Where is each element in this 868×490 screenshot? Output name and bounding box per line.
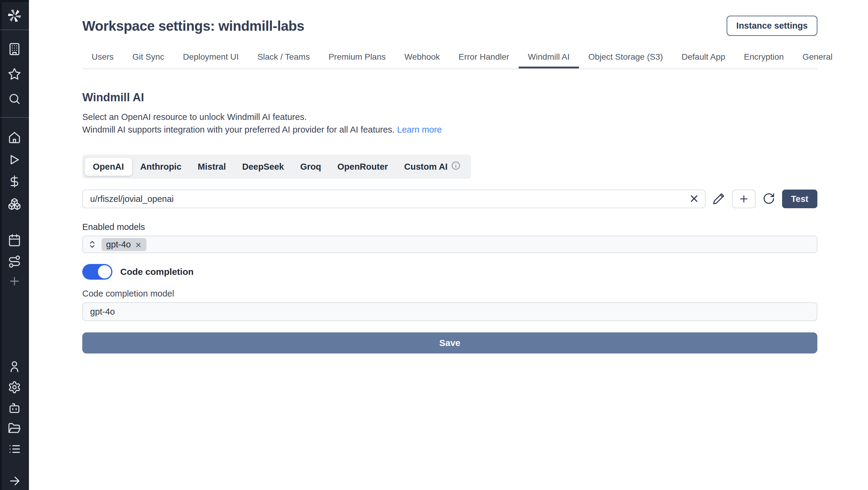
building-icon[interactable]	[8, 42, 21, 56]
sidebar-divider	[0, 117, 29, 118]
star-icon[interactable]	[8, 67, 21, 81]
tab-default-app[interactable]: Default App	[673, 52, 735, 68]
enabled-models-label: Enabled models	[82, 222, 817, 232]
refresh-icon[interactable]	[762, 192, 775, 206]
folder-open-icon[interactable]	[8, 422, 21, 435]
boxes-icon[interactable]	[8, 197, 21, 211]
remove-tag-x-icon[interactable]	[135, 241, 142, 248]
description-line-2: Windmill AI supports integration with yo…	[82, 123, 817, 136]
home-icon[interactable]	[8, 131, 21, 144]
chevrons-up-down-icon[interactable]	[88, 240, 97, 249]
tab-general[interactable]: General	[793, 52, 842, 68]
openai-resource-input[interactable]	[82, 189, 706, 208]
clear-x-icon[interactable]	[688, 193, 700, 205]
tab-encryption[interactable]: Encryption	[735, 52, 793, 68]
code-completion-row: Code completion	[82, 264, 817, 280]
tab-error-handler[interactable]: Error Handler	[450, 52, 519, 68]
enabled-models-multiselect[interactable]: gpt-4o	[82, 236, 817, 253]
code-completion-model-input[interactable]	[82, 302, 817, 321]
resource-picker-row: Test	[82, 189, 817, 208]
code-completion-label: Code completion	[120, 267, 193, 277]
provider-tab-deepseek[interactable]: DeepSeek	[234, 158, 292, 176]
settings-gear-icon[interactable]	[8, 380, 21, 394]
model-tag-label: gpt-4o	[106, 240, 131, 249]
page-title: Workspace settings: windmill-labs	[82, 18, 304, 34]
provider-tab-openai[interactable]: OpenAI	[85, 158, 132, 176]
windmill-logo-icon[interactable]	[7, 8, 22, 24]
resource-input-wrap	[82, 189, 706, 208]
tab-deployment-ui[interactable]: Deployment UI	[174, 52, 248, 68]
save-button[interactable]: Save	[82, 332, 817, 354]
tab-slack-teams[interactable]: Slack / Teams	[248, 52, 319, 68]
tab-git-sync[interactable]: Git Sync	[123, 52, 174, 68]
main-content: Workspace settings: windmill-labs Instan…	[29, 16, 868, 354]
calendar-icon[interactable]	[8, 234, 21, 247]
add-resource-button[interactable]	[732, 189, 755, 208]
list-icon[interactable]	[8, 442, 21, 456]
test-button[interactable]: Test	[782, 189, 817, 208]
model-tag[interactable]: gpt-4o	[101, 238, 147, 251]
sidebar-divider	[0, 30, 29, 30]
provider-tab-anthropic[interactable]: Anthropic	[132, 158, 190, 176]
provider-tab-custom-ai[interactable]: Custom AI	[396, 157, 469, 176]
dollar-icon[interactable]	[8, 175, 21, 188]
tab-users[interactable]: Users	[82, 52, 123, 68]
route-icon[interactable]	[8, 255, 21, 268]
bot-icon[interactable]	[8, 401, 21, 415]
section-description: Select an OpenAI resource to unlock Wind…	[82, 111, 817, 136]
info-icon[interactable]	[451, 161, 461, 172]
toggle-knob	[98, 265, 111, 278]
arrow-right-icon[interactable]	[8, 474, 21, 488]
tab-windmill-ai[interactable]: Windmill AI	[519, 52, 579, 68]
ai-provider-tabs: OpenAI Anthropic Mistral DeepSeek Groq O…	[82, 155, 471, 179]
sidebar	[0, 0, 29, 490]
code-completion-model-label: Code completion model	[82, 289, 817, 299]
provider-tab-openrouter[interactable]: OpenRouter	[329, 158, 396, 176]
plus-icon	[738, 193, 749, 204]
instance-settings-button[interactable]: Instance settings	[727, 16, 817, 36]
provider-tab-mistral[interactable]: Mistral	[190, 158, 234, 176]
play-icon[interactable]	[8, 153, 21, 166]
provider-tab-groq[interactable]: Groq	[292, 158, 329, 176]
provider-tab-label: Custom AI	[404, 162, 447, 172]
pencil-icon[interactable]	[712, 192, 725, 206]
learn-more-link[interactable]: Learn more	[397, 125, 442, 134]
description-line-1: Select an OpenAI resource to unlock Wind…	[82, 111, 817, 123]
tab-webhook[interactable]: Webhook	[395, 52, 450, 68]
section-title: Windmill AI	[82, 91, 817, 104]
search-icon[interactable]	[8, 92, 21, 105]
user-icon[interactable]	[8, 360, 21, 373]
tab-object-storage-s3[interactable]: Object Storage (S3)	[579, 52, 672, 68]
tab-premium-plans[interactable]: Premium Plans	[319, 52, 395, 68]
settings-tabs: Users Git Sync Deployment UI Slack / Tea…	[82, 52, 817, 69]
plus-icon[interactable]	[8, 275, 21, 288]
code-completion-toggle[interactable]	[82, 264, 113, 280]
